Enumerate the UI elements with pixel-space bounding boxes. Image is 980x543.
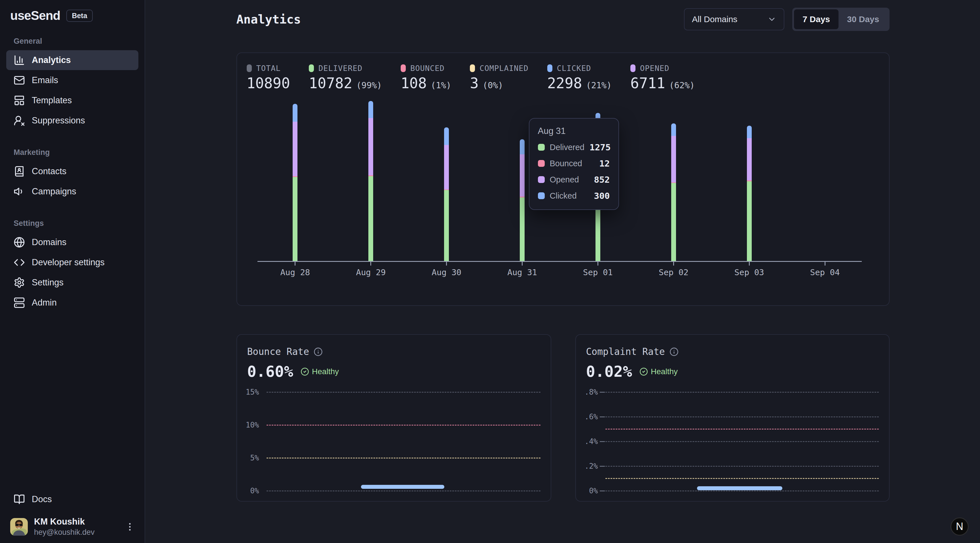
overview-card: TOTAL10890DELIVERED10782(99%)BOUNCED108(… bbox=[237, 53, 889, 306]
bar-aug-31-clicked[interactable] bbox=[520, 139, 525, 154]
app-logo: useSend bbox=[10, 8, 60, 23]
threshold-line bbox=[267, 425, 541, 425]
complaint-rate-chart: .8%.6%.4%.2%0% bbox=[576, 335, 889, 501]
range-option-7-days[interactable]: 7 Days bbox=[794, 10, 838, 29]
bar-aug-29-opened[interactable] bbox=[368, 118, 373, 175]
sidebar-item-analytics[interactable]: Analytics bbox=[6, 50, 138, 70]
bar-aug-28-opened[interactable] bbox=[293, 122, 298, 176]
bar-aug-31-delivered[interactable] bbox=[520, 197, 525, 261]
y-axis-label: 5% bbox=[237, 454, 259, 462]
bar-aug-28-clicked[interactable] bbox=[293, 104, 298, 122]
code-icon bbox=[14, 257, 25, 268]
sidebar-item-label: Emails bbox=[32, 75, 58, 85]
bar-aug-29-clicked[interactable] bbox=[368, 101, 373, 118]
bar-aug-28-delivered[interactable] bbox=[293, 177, 298, 261]
sidebar-item-label: Admin bbox=[32, 298, 57, 308]
sidebar-item-label: Domains bbox=[32, 237, 66, 247]
bar-aug-31-opened[interactable] bbox=[520, 154, 525, 197]
y-axis-label: .2% bbox=[576, 462, 598, 470]
y-axis-label: .4% bbox=[576, 437, 598, 446]
bounce-rate-line[interactable] bbox=[361, 485, 445, 489]
grid-line bbox=[267, 392, 541, 393]
tooltip-row-delivered: Delivered1275 bbox=[538, 142, 610, 152]
bounce-rate-card: Bounce Rate 0.60% Healthy 15%10%5%0% bbox=[237, 334, 551, 502]
tooltip-value: 12 bbox=[599, 158, 610, 169]
bar-aug-28-bounced[interactable] bbox=[293, 176, 298, 177]
sidebar-item-developer-settings[interactable]: Developer settings bbox=[6, 253, 138, 272]
bar-sep-02-opened[interactable] bbox=[671, 136, 676, 182]
header-controls: All Domains 7 Days30 Days bbox=[684, 8, 889, 31]
sidebar-nav: GeneralAnalyticsEmailsTemplatesSuppressi… bbox=[0, 37, 145, 313]
x-axis-label: Aug 30 bbox=[431, 268, 461, 277]
tooltip-label: Opened bbox=[550, 175, 589, 185]
threshold-line bbox=[605, 429, 879, 430]
sidebar-item-contacts[interactable]: Contacts bbox=[6, 161, 138, 181]
y-axis-tick bbox=[600, 416, 605, 417]
mail-icon bbox=[14, 75, 25, 86]
date-range-toggle: 7 Days30 Days bbox=[792, 8, 889, 31]
x-axis-label: Aug 29 bbox=[356, 268, 386, 277]
bar-aug-29-delivered[interactable] bbox=[368, 176, 373, 261]
bar-sep-03-clicked[interactable] bbox=[747, 126, 752, 138]
range-option-30-days[interactable]: 30 Days bbox=[838, 10, 888, 29]
grid-line bbox=[605, 441, 879, 442]
user-menu[interactable]: KM Koushik hey@koushik.dev bbox=[6, 517, 138, 537]
bar-sep-03-opened[interactable] bbox=[747, 138, 752, 180]
x-axis-label: Sep 04 bbox=[810, 268, 840, 277]
bar-aug-29-bounced[interactable] bbox=[368, 175, 373, 176]
sidebar-item-campaigns[interactable]: Campaigns bbox=[6, 182, 138, 201]
user-menu-button[interactable] bbox=[124, 518, 136, 535]
domain-filter-select[interactable]: All Domains bbox=[684, 8, 784, 30]
sidebar: useSend Beta GeneralAnalyticsEmailsTempl… bbox=[0, 0, 145, 543]
y-axis-label: 15% bbox=[237, 388, 259, 397]
tooltip-row-bounced: Bounced12 bbox=[538, 158, 610, 169]
sidebar-bottom: Docs KM Ko bbox=[6, 490, 138, 537]
chart-tooltip: Aug 31 Delivered1275Bounced12Opened852Cl… bbox=[529, 118, 619, 210]
tooltip-swatch bbox=[538, 160, 545, 167]
x-axis bbox=[258, 261, 862, 262]
nextjs-badge[interactable]: N bbox=[950, 518, 969, 536]
bar-aug-31-bounced[interactable] bbox=[520, 197, 525, 197]
x-axis-label: Aug 31 bbox=[507, 268, 537, 277]
x-axis-label: Sep 03 bbox=[735, 268, 764, 277]
user-name: KM Koushik bbox=[34, 517, 118, 527]
bar-aug-30-clicked[interactable] bbox=[444, 127, 449, 145]
y-axis-label: 0% bbox=[576, 487, 598, 495]
bar-sep-02-bounced[interactable] bbox=[671, 182, 676, 183]
x-axis-label: Sep 02 bbox=[659, 268, 689, 277]
tooltip-value: 1275 bbox=[590, 142, 611, 152]
bar-aug-30-opened[interactable] bbox=[444, 145, 449, 189]
threshold-line bbox=[605, 478, 879, 479]
bar-aug-30-bounced[interactable] bbox=[444, 189, 449, 190]
domain-filter-value: All Domains bbox=[692, 14, 737, 24]
bar-sep-02-delivered[interactable] bbox=[671, 183, 676, 261]
sidebar-item-suppressions[interactable]: Suppressions bbox=[6, 111, 138, 131]
tooltip-label: Bounced bbox=[550, 159, 594, 168]
x-axis-tick bbox=[825, 262, 826, 266]
complaint-rate-line[interactable] bbox=[697, 486, 782, 490]
x-axis-tick bbox=[446, 262, 447, 266]
book-open-icon bbox=[14, 494, 25, 505]
bar-sep-03-delivered[interactable] bbox=[747, 181, 752, 261]
sidebar-item-docs[interactable]: Docs bbox=[6, 490, 138, 509]
y-axis-tick bbox=[600, 466, 605, 467]
main-content: Analytics All Domains 7 Days30 Days TOTA… bbox=[146, 0, 980, 543]
y-axis-tick bbox=[600, 392, 605, 393]
sidebar-item-domains[interactable]: Domains bbox=[6, 232, 138, 252]
sidebar-item-emails[interactable]: Emails bbox=[6, 70, 138, 90]
section-label-marketing: Marketing bbox=[14, 148, 138, 157]
beta-badge: Beta bbox=[66, 10, 92, 22]
user-email: hey@koushik.dev bbox=[34, 528, 118, 537]
sidebar-item-label: Campaigns bbox=[32, 186, 76, 197]
gear-icon bbox=[14, 277, 25, 288]
sidebar-item-admin[interactable]: Admin bbox=[6, 293, 138, 313]
bar-aug-30-delivered[interactable] bbox=[444, 190, 449, 261]
book-open-icon bbox=[14, 494, 25, 505]
bar-sep-03-bounced[interactable] bbox=[747, 180, 752, 181]
bar-sep-02-clicked[interactable] bbox=[671, 123, 676, 136]
bounce-rate-chart: 15%10%5%0% bbox=[237, 335, 551, 501]
section-label-general: General bbox=[14, 37, 138, 46]
sidebar-item-label: Settings bbox=[32, 277, 64, 288]
sidebar-item-settings[interactable]: Settings bbox=[6, 272, 138, 293]
sidebar-item-templates[interactable]: Templates bbox=[6, 91, 138, 110]
